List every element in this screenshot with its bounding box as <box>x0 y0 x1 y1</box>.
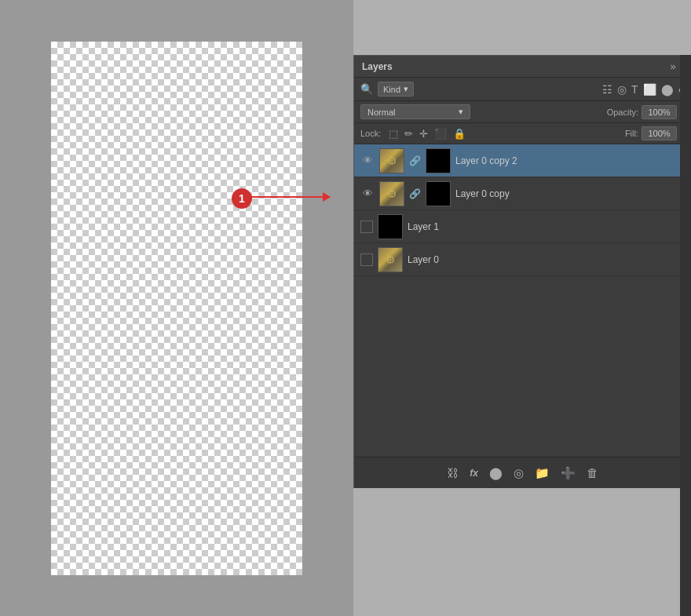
panel-header: Layers » | <box>354 56 691 78</box>
blend-mode-value: Normal <box>367 108 395 117</box>
lock-all-icon[interactable]: 🔒 <box>453 128 466 140</box>
new-layer-icon[interactable]: ➕ <box>561 466 576 480</box>
opacity-group: Opacity: 100% ▾ <box>607 105 685 119</box>
lock-row: Lock: ⬚ ✏ ✛ ⬛ 🔒 Fill: 100% ▾ <box>354 123 691 144</box>
layer-chain-icon[interactable]: 🔗 <box>409 188 421 199</box>
new-group-icon[interactable]: 📁 <box>535 466 550 480</box>
new-adjustment-icon[interactable]: ◎ <box>514 466 524 480</box>
kind-filter-dropdown[interactable]: Kind ▾ <box>378 82 414 97</box>
search-icon: 🔍 <box>360 83 373 95</box>
lock-label: Lock: <box>360 129 381 138</box>
layer-name: Layer 0 copy 2 <box>455 155 685 166</box>
layer-item[interactable]: 👁 🔗 Layer 0 copy <box>354 177 691 210</box>
opacity-label: Opacity: <box>607 108 638 117</box>
adjustment-filter-icon[interactable]: ◎ <box>617 83 627 96</box>
layer-item[interactable]: 👁 🔗 Layer 0 copy 2 <box>354 144 691 177</box>
canvas-area <box>0 0 353 616</box>
canvas-document <box>51 42 302 575</box>
lock-position-icon[interactable]: ✛ <box>419 128 428 140</box>
add-mask-icon[interactable]: ⬤ <box>489 466 503 480</box>
filter-row: 🔍 Kind ▾ ☷ ◎ T ⬜ ⬤ ● <box>354 78 691 101</box>
layer-thumb-image <box>380 149 404 173</box>
kind-label: Kind <box>383 85 400 94</box>
filter-icons: ☷ ◎ T ⬜ ⬤ ● <box>602 83 685 96</box>
opacity-input[interactable]: 100% <box>642 105 677 119</box>
layers-panel: Layers » | 🔍 Kind ▾ ☷ ◎ T ⬜ ⬤ ● Normal ▾… <box>353 55 691 488</box>
layer-thumbnail <box>379 181 404 206</box>
fill-group: Fill: 100% ▾ <box>625 126 685 140</box>
blend-mode-dropdown[interactable]: Normal ▾ <box>360 104 470 119</box>
layer-name: Layer 1 <box>408 221 685 232</box>
layer-thumb-image <box>380 182 404 206</box>
lock-image-icon[interactable]: ✏ <box>404 128 413 140</box>
layer-thumbnail <box>378 214 403 239</box>
layer-item[interactable]: Layer 1 <box>354 210 691 243</box>
layer-mask-thumbnail <box>426 148 451 173</box>
layer-thumbnail <box>379 148 404 173</box>
layer-visibility-checkbox[interactable] <box>360 221 373 233</box>
layer-visibility-icon[interactable]: 👁 <box>360 155 375 166</box>
layer-effects-icon[interactable]: fx <box>470 468 478 479</box>
layer-item[interactable]: Layer 0 <box>354 243 691 276</box>
layer-thumbnail <box>378 247 403 272</box>
lock-icons: ⬚ ✏ ✛ ⬛ 🔒 <box>389 128 466 140</box>
delete-layer-icon[interactable]: 🗑 <box>587 466 598 479</box>
layer-name: Layer 0 <box>408 254 685 265</box>
step-badge-1: 1 <box>232 188 252 209</box>
link-layers-icon[interactable]: ⛓ <box>447 466 459 479</box>
lock-artboard-icon[interactable]: ⬛ <box>434 128 447 140</box>
layer-thumb-image <box>378 248 402 272</box>
panel-title: Layers <box>362 61 393 72</box>
layer-visibility-icon[interactable]: 👁 <box>360 188 375 199</box>
scrollbar[interactable] <box>680 55 691 616</box>
fill-label: Fill: <box>625 129 638 138</box>
collapse-icon[interactable]: » <box>670 60 675 72</box>
panel-footer: ⛓ fx ⬤ ◎ 📁 ➕ 🗑 <box>354 457 691 488</box>
layers-list: 👁 🔗 Layer 0 copy 2 👁 🔗 Layer 0 copy Laye… <box>354 144 691 276</box>
type-filter-icon[interactable]: T <box>631 83 638 96</box>
blend-dropdown-arrow: ▾ <box>459 107 463 117</box>
shape-filter-icon[interactable]: ⬜ <box>643 83 656 96</box>
pixel-filter-icon[interactable]: ☷ <box>602 83 612 96</box>
fill-input[interactable]: 100% <box>642 126 677 140</box>
layer-mask-thumbnail <box>426 181 451 206</box>
smart-object-filter-icon[interactable]: ⬤ <box>661 83 674 96</box>
lock-pixels-icon[interactable]: ⬚ <box>389 128 398 140</box>
blend-mode-row: Normal ▾ Opacity: 100% ▾ <box>354 101 691 123</box>
layer-chain-icon[interactable]: 🔗 <box>409 155 421 166</box>
layer-name: Layer 0 copy <box>455 188 685 199</box>
layer-visibility-checkbox[interactable] <box>360 253 373 266</box>
dropdown-arrow: ▾ <box>404 84 408 94</box>
